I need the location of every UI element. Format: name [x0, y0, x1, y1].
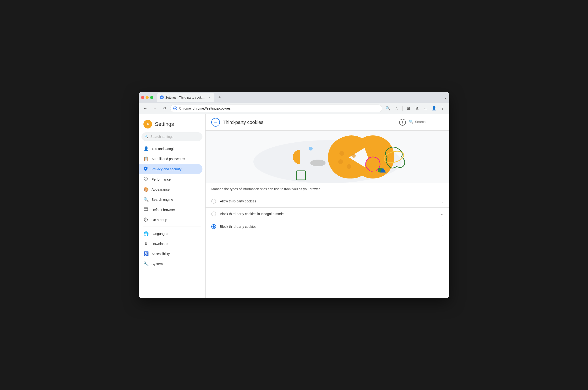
block-incognito-radio[interactable] — [211, 211, 216, 216]
sidebar-nav: 👤 You and Google 📋 Autofill and password… — [139, 144, 205, 225]
extension-icon[interactable]: ⊞ — [404, 104, 412, 112]
appearance-icon: 🎨 — [143, 187, 148, 192]
sidebar-item-on-startup[interactable]: ⏻ On startup — [139, 215, 202, 225]
more-menu-icon[interactable]: ⋮ — [439, 104, 446, 112]
bookmark-icon[interactable]: ☆ — [393, 104, 400, 112]
block-cookies-radio[interactable] — [211, 224, 216, 229]
page-search-icon: 🔍 — [409, 119, 414, 124]
languages-icon: 🌐 — [143, 231, 148, 236]
svg-point-8 — [309, 147, 313, 150]
settings-logo — [143, 120, 152, 129]
sidebar-item-system[interactable]: 🔧 System — [139, 259, 202, 269]
svg-point-15 — [352, 154, 356, 158]
page-actions: ? 🔍 — [399, 119, 444, 126]
lab-icon[interactable]: ⚗ — [413, 104, 421, 112]
svg-point-12 — [339, 151, 344, 156]
tab-expand-button[interactable]: ⌄ — [444, 95, 447, 100]
sidebar-item-search-engine[interactable]: 🔍 Search engine — [139, 195, 202, 204]
tab-title: Settings - Third-party cooki… — [165, 96, 205, 99]
block-incognito-option[interactable]: Block third-party cookies in Incognito m… — [205, 208, 449, 220]
maximize-window-button[interactable] — [150, 96, 153, 99]
accessibility-icon: ♿ — [143, 251, 148, 256]
sidebar-item-downloads[interactable]: ⬇ Downloads — [139, 239, 202, 249]
close-window-button[interactable] — [141, 96, 144, 99]
sidebar-label: Appearance — [152, 188, 170, 192]
browser-icon — [143, 207, 148, 212]
allow-cookies-option[interactable]: Allow third-party cookies ⌄ — [205, 195, 449, 208]
sidebar-label: Default browser — [152, 208, 175, 212]
sidebar-label: Autofill and passwords — [152, 157, 185, 161]
performance-icon — [143, 177, 148, 182]
page-search-input[interactable] — [415, 120, 444, 124]
reload-button[interactable]: ↻ — [161, 104, 168, 112]
sidebar: Settings 🔍 Search settings 👤 You and Goo… — [139, 114, 205, 298]
allow-cookies-radio[interactable] — [211, 199, 216, 204]
address-bar[interactable]: Chrome chrome://settings/cookies — [170, 104, 382, 112]
svg-point-16 — [310, 160, 326, 166]
active-tab[interactable]: ⚙ Settings - Third-party cooki… × — [157, 93, 214, 102]
sidebar-item-you-and-google[interactable]: 👤 You and Google — [139, 144, 202, 154]
sidebar-label: You and Google — [152, 147, 175, 151]
block-cookies-chevron-icon: ⌄ — [440, 224, 444, 229]
back-button[interactable]: ← — [142, 104, 149, 112]
sidebar-nav-2: 🌐 Languages ⬇ Downloads ♿ Accessibility … — [139, 229, 205, 269]
main-content: ← Third-party cookies ? 🔍 — [205, 114, 449, 298]
sidebar-item-default-browser[interactable]: Default browser — [139, 204, 202, 215]
tab-favicon: ⚙ — [160, 96, 164, 99]
page-description: Manage the types of information sites ca… — [205, 183, 449, 195]
back-to-privacy-button[interactable]: ← — [211, 118, 220, 127]
sidebar-label: Privacy and security — [152, 167, 181, 171]
new-tab-button[interactable]: + — [216, 94, 223, 101]
shield-icon — [143, 166, 148, 172]
svg-rect-5 — [144, 208, 148, 211]
sidebar-label: Performance — [152, 178, 171, 181]
sidebar-item-performance[interactable]: Performance — [139, 174, 202, 185]
url-display: chrome://settings/cookies — [193, 106, 231, 110]
system-icon: 🔧 — [143, 261, 148, 267]
zoom-icon[interactable]: 🔍 — [384, 104, 392, 112]
search-settings-bar[interactable]: 🔍 Search settings — [142, 132, 202, 141]
sidebar-item-appearance[interactable]: 🎨 Appearance — [139, 185, 202, 195]
cookie-illustration — [205, 131, 449, 183]
svg-point-1 — [174, 108, 176, 109]
tab-close-button[interactable]: × — [208, 96, 212, 99]
block-cookies-option[interactable]: Block third-party cookies ⌄ — [205, 220, 449, 233]
svg-point-13 — [338, 159, 343, 164]
description-text: Manage the types of information sites ca… — [211, 187, 321, 191]
browser-window: ⚙ Settings - Third-party cooki… × + ⌄ ← … — [139, 92, 449, 298]
sidebar-label: On startup — [152, 218, 167, 222]
sidebar-label: Search engine — [152, 198, 173, 201]
sidebar-item-accessibility[interactable]: ♿ Accessibility — [139, 249, 202, 259]
sidebar-item-autofill[interactable]: 📋 Autofill and passwords — [139, 154, 202, 164]
account-icon[interactable]: 👤 — [430, 104, 438, 112]
svg-point-3 — [147, 123, 149, 125]
toolbar-actions: 🔍 ☆ ⊞ ⚗ ▭ 👤 ⋮ — [384, 104, 446, 112]
content-area: Settings 🔍 Search settings 👤 You and Goo… — [139, 114, 449, 298]
page-search[interactable]: 🔍 — [409, 119, 444, 125]
page-header: ← Third-party cookies ? 🔍 — [205, 114, 449, 131]
forward-button[interactable]: → — [151, 104, 159, 112]
autofill-icon: 📋 — [143, 156, 148, 161]
search-settings-placeholder: Search settings — [150, 135, 174, 139]
toolbar-divider — [402, 106, 402, 111]
startup-icon: ⏻ — [143, 217, 148, 222]
sidebar-icon[interactable]: ▭ — [422, 104, 429, 112]
svg-point-14 — [347, 164, 351, 169]
sidebar-label: Accessibility — [152, 252, 170, 256]
sidebar-item-privacy[interactable]: Privacy and security — [139, 164, 202, 174]
settings-title: Settings — [155, 121, 174, 127]
sidebar-label: Downloads — [152, 242, 168, 246]
block-incognito-chevron-icon: ⌄ — [440, 212, 444, 216]
chrome-logo-icon — [173, 106, 177, 110]
search-icon: 🔍 — [143, 197, 148, 202]
minimize-window-button[interactable] — [146, 96, 149, 99]
page-title: Third-party cookies — [223, 120, 396, 125]
sidebar-label: System — [152, 262, 163, 266]
block-cookies-label: Block third-party cookies — [220, 225, 437, 229]
downloads-icon: ⬇ — [143, 241, 148, 246]
sidebar-item-languages[interactable]: 🌐 Languages — [139, 229, 202, 239]
search-settings-icon: 🔍 — [144, 135, 149, 139]
title-bar: ⚙ Settings - Third-party cooki… × + ⌄ — [139, 92, 449, 103]
sidebar-label: Languages — [152, 232, 168, 236]
help-button[interactable]: ? — [399, 119, 406, 126]
